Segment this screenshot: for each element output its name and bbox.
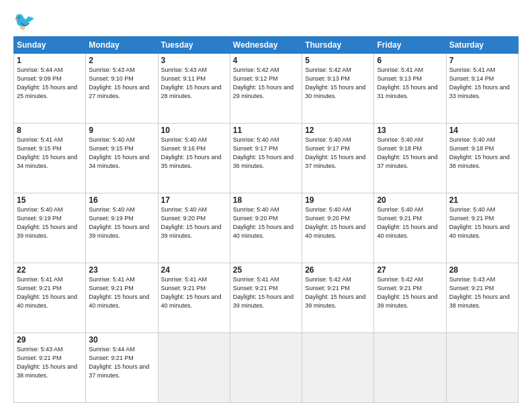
day-info: Sunrise: 5:42 AM Sunset: 9:21 PM Dayligh… bbox=[377, 275, 443, 310]
calendar-week-4: 22Sunrise: 5:41 AM Sunset: 9:21 PM Dayli… bbox=[14, 263, 519, 333]
col-header-saturday: Saturday bbox=[446, 37, 518, 54]
day-info: Sunrise: 5:42 AM Sunset: 9:12 PM Dayligh… bbox=[233, 66, 299, 101]
calendar-cell: 27Sunrise: 5:42 AM Sunset: 9:21 PM Dayli… bbox=[374, 263, 446, 333]
calendar-cell: 21Sunrise: 5:40 AM Sunset: 9:21 PM Dayli… bbox=[446, 193, 518, 263]
calendar-cell: 19Sunrise: 5:40 AM Sunset: 9:20 PM Dayli… bbox=[302, 193, 374, 263]
day-number: 26 bbox=[305, 265, 371, 275]
day-info: Sunrise: 5:44 AM Sunset: 9:21 PM Dayligh… bbox=[89, 345, 154, 380]
day-number: 19 bbox=[305, 195, 371, 205]
day-info: Sunrise: 5:40 AM Sunset: 9:17 PM Dayligh… bbox=[305, 136, 371, 171]
day-info: Sunrise: 5:41 AM Sunset: 9:21 PM Dayligh… bbox=[233, 275, 299, 310]
day-info: Sunrise: 5:41 AM Sunset: 9:21 PM Dayligh… bbox=[161, 275, 227, 310]
day-info: Sunrise: 5:41 AM Sunset: 9:14 PM Dayligh… bbox=[449, 66, 515, 101]
calendar-header-row: SundayMondayTuesdayWednesdayThursdayFrid… bbox=[14, 37, 519, 54]
day-number: 30 bbox=[89, 335, 154, 345]
day-info: Sunrise: 5:40 AM Sunset: 9:15 PM Dayligh… bbox=[89, 136, 154, 171]
calendar-cell: 22Sunrise: 5:41 AM Sunset: 9:21 PM Dayli… bbox=[14, 263, 86, 333]
calendar-week-5: 29Sunrise: 5:43 AM Sunset: 9:21 PM Dayli… bbox=[14, 333, 519, 403]
day-number: 28 bbox=[449, 265, 515, 275]
day-info: Sunrise: 5:40 AM Sunset: 9:16 PM Dayligh… bbox=[161, 136, 227, 171]
day-info: Sunrise: 5:40 AM Sunset: 9:20 PM Dayligh… bbox=[161, 205, 227, 240]
day-number: 4 bbox=[233, 56, 299, 65]
calendar-cell bbox=[302, 333, 374, 403]
day-info: Sunrise: 5:41 AM Sunset: 9:15 PM Dayligh… bbox=[17, 136, 83, 171]
day-number: 21 bbox=[449, 195, 515, 205]
calendar-cell bbox=[158, 333, 230, 403]
day-number: 17 bbox=[161, 195, 227, 205]
day-number: 14 bbox=[449, 126, 515, 135]
day-number: 9 bbox=[89, 126, 154, 135]
logo-bird-icon: 🐦 bbox=[13, 12, 35, 30]
day-number: 13 bbox=[377, 126, 443, 135]
logo: 🐦 bbox=[13, 12, 38, 30]
day-info: Sunrise: 5:40 AM Sunset: 9:17 PM Dayligh… bbox=[233, 136, 299, 171]
calendar-cell: 15Sunrise: 5:40 AM Sunset: 9:19 PM Dayli… bbox=[14, 193, 86, 263]
calendar-cell: 30Sunrise: 5:44 AM Sunset: 9:21 PM Dayli… bbox=[86, 333, 158, 403]
day-info: Sunrise: 5:42 AM Sunset: 9:13 PM Dayligh… bbox=[305, 66, 371, 101]
day-number: 1 bbox=[17, 56, 83, 65]
col-header-thursday: Thursday bbox=[302, 37, 374, 54]
calendar-cell bbox=[446, 333, 518, 403]
calendar-week-1: 1Sunrise: 5:44 AM Sunset: 9:09 PM Daylig… bbox=[14, 54, 519, 124]
calendar-week-3: 15Sunrise: 5:40 AM Sunset: 9:19 PM Dayli… bbox=[14, 193, 519, 263]
page: 🐦 SundayMondayTuesdayWednesdayThursdayFr… bbox=[0, 0, 532, 411]
calendar-cell: 12Sunrise: 5:40 AM Sunset: 9:17 PM Dayli… bbox=[302, 124, 374, 193]
day-info: Sunrise: 5:43 AM Sunset: 9:21 PM Dayligh… bbox=[17, 345, 83, 380]
calendar-cell: 16Sunrise: 5:40 AM Sunset: 9:19 PM Dayli… bbox=[86, 193, 158, 263]
day-number: 3 bbox=[161, 56, 227, 65]
day-info: Sunrise: 5:44 AM Sunset: 9:09 PM Dayligh… bbox=[17, 66, 83, 101]
day-number: 11 bbox=[233, 126, 299, 135]
calendar-cell: 1Sunrise: 5:44 AM Sunset: 9:09 PM Daylig… bbox=[14, 54, 86, 124]
calendar-cell: 28Sunrise: 5:43 AM Sunset: 9:21 PM Dayli… bbox=[446, 263, 518, 333]
day-info: Sunrise: 5:40 AM Sunset: 9:19 PM Dayligh… bbox=[17, 205, 83, 240]
day-number: 7 bbox=[449, 56, 515, 65]
header: 🐦 bbox=[13, 12, 519, 30]
day-info: Sunrise: 5:40 AM Sunset: 9:20 PM Dayligh… bbox=[233, 205, 299, 240]
calendar-table: SundayMondayTuesdayWednesdayThursdayFrid… bbox=[13, 36, 519, 403]
calendar-cell: 7Sunrise: 5:41 AM Sunset: 9:14 PM Daylig… bbox=[446, 54, 518, 124]
calendar-cell: 29Sunrise: 5:43 AM Sunset: 9:21 PM Dayli… bbox=[14, 333, 86, 403]
day-number: 25 bbox=[233, 265, 299, 275]
calendar-cell: 24Sunrise: 5:41 AM Sunset: 9:21 PM Dayli… bbox=[158, 263, 230, 333]
day-number: 18 bbox=[233, 195, 299, 205]
col-header-sunday: Sunday bbox=[14, 37, 86, 54]
day-number: 27 bbox=[377, 265, 443, 275]
day-number: 15 bbox=[17, 195, 83, 205]
col-header-monday: Monday bbox=[86, 37, 158, 54]
calendar-cell: 14Sunrise: 5:40 AM Sunset: 9:18 PM Dayli… bbox=[446, 124, 518, 193]
day-number: 6 bbox=[377, 56, 443, 65]
calendar-cell: 17Sunrise: 5:40 AM Sunset: 9:20 PM Dayli… bbox=[158, 193, 230, 263]
day-number: 5 bbox=[305, 56, 371, 65]
calendar-cell: 26Sunrise: 5:42 AM Sunset: 9:21 PM Dayli… bbox=[302, 263, 374, 333]
calendar-cell: 25Sunrise: 5:41 AM Sunset: 9:21 PM Dayli… bbox=[230, 263, 302, 333]
calendar-cell: 6Sunrise: 5:41 AM Sunset: 9:13 PM Daylig… bbox=[374, 54, 446, 124]
day-number: 29 bbox=[17, 335, 83, 345]
day-info: Sunrise: 5:40 AM Sunset: 9:21 PM Dayligh… bbox=[449, 205, 515, 240]
day-number: 20 bbox=[377, 195, 443, 205]
day-number: 10 bbox=[161, 126, 227, 135]
day-number: 8 bbox=[17, 126, 83, 135]
day-number: 24 bbox=[161, 265, 227, 275]
calendar-cell: 9Sunrise: 5:40 AM Sunset: 9:15 PM Daylig… bbox=[86, 124, 158, 193]
day-info: Sunrise: 5:43 AM Sunset: 9:21 PM Dayligh… bbox=[449, 275, 515, 310]
calendar-cell: 8Sunrise: 5:41 AM Sunset: 9:15 PM Daylig… bbox=[14, 124, 86, 193]
col-header-wednesday: Wednesday bbox=[230, 37, 302, 54]
day-number: 22 bbox=[17, 265, 83, 275]
col-header-friday: Friday bbox=[374, 37, 446, 54]
calendar-cell: 20Sunrise: 5:40 AM Sunset: 9:21 PM Dayli… bbox=[374, 193, 446, 263]
calendar-cell: 23Sunrise: 5:41 AM Sunset: 9:21 PM Dayli… bbox=[86, 263, 158, 333]
day-number: 23 bbox=[89, 265, 154, 275]
day-info: Sunrise: 5:41 AM Sunset: 9:21 PM Dayligh… bbox=[89, 275, 154, 310]
calendar-cell: 18Sunrise: 5:40 AM Sunset: 9:20 PM Dayli… bbox=[230, 193, 302, 263]
calendar-cell: 5Sunrise: 5:42 AM Sunset: 9:13 PM Daylig… bbox=[302, 54, 374, 124]
calendar-cell bbox=[230, 333, 302, 403]
day-info: Sunrise: 5:41 AM Sunset: 9:13 PM Dayligh… bbox=[377, 66, 443, 101]
day-number: 12 bbox=[305, 126, 371, 135]
calendar-cell bbox=[374, 333, 446, 403]
day-info: Sunrise: 5:40 AM Sunset: 9:19 PM Dayligh… bbox=[89, 205, 154, 240]
calendar-cell: 11Sunrise: 5:40 AM Sunset: 9:17 PM Dayli… bbox=[230, 124, 302, 193]
day-info: Sunrise: 5:40 AM Sunset: 9:21 PM Dayligh… bbox=[377, 205, 443, 240]
calendar-cell: 4Sunrise: 5:42 AM Sunset: 9:12 PM Daylig… bbox=[230, 54, 302, 124]
day-number: 2 bbox=[89, 56, 154, 65]
col-header-tuesday: Tuesday bbox=[158, 37, 230, 54]
